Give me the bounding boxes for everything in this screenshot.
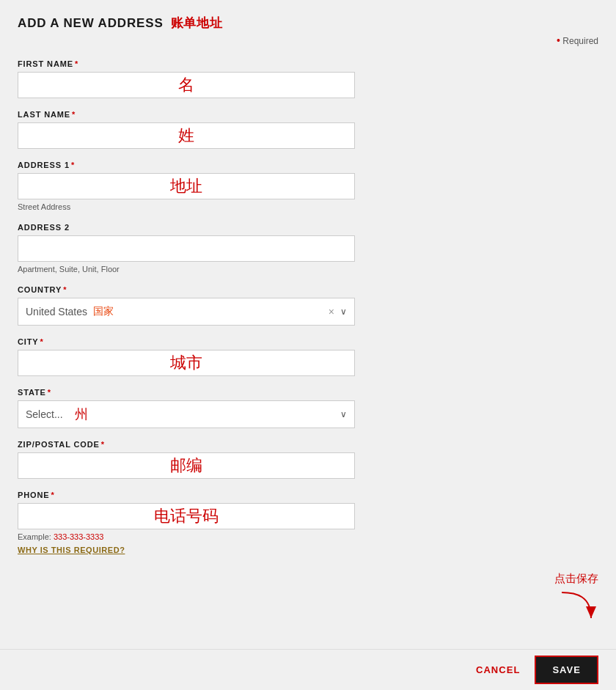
first-name-input[interactable] <box>18 72 355 98</box>
why-required-link[interactable]: WHY IS THIS REQUIRED? <box>18 546 598 554</box>
phone-input[interactable] <box>18 503 355 529</box>
zip-input-wrapper: 邮编 <box>18 452 355 479</box>
city-input-wrapper: 城市 <box>18 350 355 376</box>
first-name-group: FIRST NAME* 名 <box>18 59 598 98</box>
country-select-icons: × ∨ <box>329 306 347 318</box>
first-name-input-wrapper: 名 <box>18 72 355 98</box>
country-clear-icon[interactable]: × <box>329 306 334 318</box>
required-indicator: • Required <box>18 34 598 46</box>
country-value-cn: 国家 <box>93 305 114 318</box>
phone-label: PHONE* <box>18 491 598 499</box>
address1-input[interactable] <box>18 173 355 199</box>
last-name-group: LAST NAME* 姓 <box>18 110 598 149</box>
phone-example-number[interactable]: 333-333-3333 <box>54 532 104 541</box>
address1-group: ADDRESS 1* 地址 Street Address <box>18 161 598 211</box>
zip-input[interactable] <box>18 452 355 479</box>
page-title: ADD A NEW ADDRESS 账单地址 <box>18 15 598 32</box>
address1-hint: Street Address <box>18 202 598 211</box>
country-group: COUNTRY* United States 国家 × ∨ <box>18 285 598 326</box>
title-cn: 账单地址 <box>171 15 223 32</box>
zip-group: ZIP/POSTAL CODE* 邮编 <box>18 440 598 479</box>
state-label: STATE* <box>18 388 598 397</box>
country-select[interactable]: United States 国家 × ∨ <box>18 298 355 326</box>
address2-label: ADDRESS 2 <box>18 223 598 232</box>
country-chevron-icon: ∨ <box>340 307 347 317</box>
address1-label: ADDRESS 1* <box>18 161 598 169</box>
zip-label: ZIP/POSTAL CODE* <box>18 440 598 449</box>
last-name-input[interactable] <box>18 122 355 149</box>
annotation-arrow <box>554 589 598 625</box>
state-placeholder-en: Select... <box>26 408 63 420</box>
address1-input-wrapper: 地址 <box>18 173 355 199</box>
phone-input-wrapper: 电话号码 <box>18 503 355 529</box>
last-name-label: LAST NAME* <box>18 110 598 119</box>
country-label: COUNTRY* <box>18 285 598 294</box>
address2-hint: Apartment, Suite, Unit, Floor <box>18 265 598 274</box>
address2-input-wrapper <box>18 235 355 262</box>
arrow-icon <box>554 589 598 625</box>
save-button[interactable]: SAVE <box>535 656 598 684</box>
page-container: ADD A NEW ADDRESS 账单地址 • Required FIRST … <box>0 0 616 690</box>
city-input[interactable] <box>18 350 355 376</box>
address2-group: ADDRESS 2 Apartment, Suite, Unit, Floor <box>18 223 598 274</box>
title-en: ADD A NEW ADDRESS <box>18 16 164 31</box>
phone-example: Example: 333-333-3333 <box>18 532 598 541</box>
address2-input[interactable] <box>18 235 355 262</box>
city-group: CITY* 城市 <box>18 337 598 376</box>
cancel-button[interactable]: CANCEL <box>461 657 535 683</box>
required-label: Required <box>562 36 598 46</box>
state-select-value: Select... 州 <box>26 405 88 423</box>
annotation-container: 点击保存 <box>554 572 598 625</box>
footer-bar: CANCEL SAVE <box>0 649 616 690</box>
state-select[interactable]: Select... 州 ∨ <box>18 400 355 428</box>
last-name-input-wrapper: 姓 <box>18 122 355 149</box>
state-placeholder-cn: 州 <box>75 405 88 423</box>
country-value-en: United States <box>26 306 87 318</box>
state-group: STATE* Select... 州 ∨ <box>18 388 598 428</box>
required-dot: • <box>557 34 560 46</box>
state-chevron-icon: ∨ <box>340 409 347 419</box>
city-label: CITY* <box>18 337 598 346</box>
first-name-label: FIRST NAME* <box>18 59 598 68</box>
country-select-value: United States 国家 <box>26 305 114 318</box>
annotation-text: 点击保存 <box>554 572 598 586</box>
phone-group: PHONE* 电话号码 Example: 333-333-3333 WHY IS… <box>18 491 598 554</box>
